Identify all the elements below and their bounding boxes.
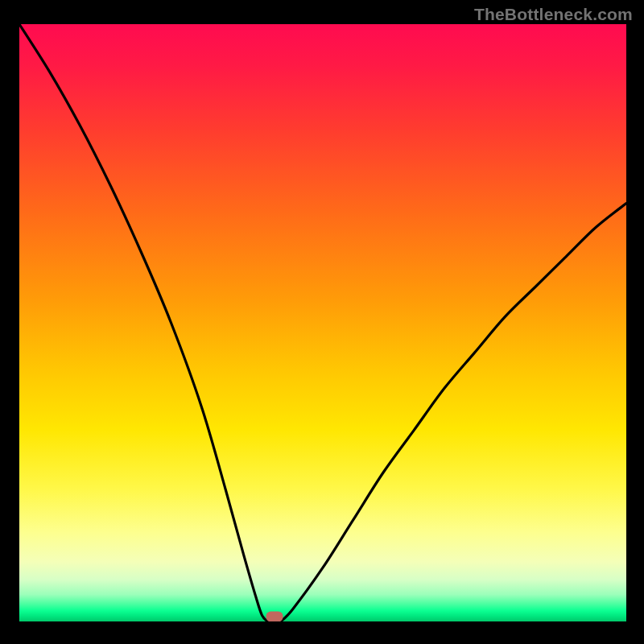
optimal-point-marker [266, 612, 283, 622]
bottleneck-curve [19, 24, 626, 621]
plot-area [19, 24, 626, 621]
watermark-text: TheBottleneck.com [474, 5, 633, 24]
chart-frame: TheBottleneck.com [0, 0, 644, 644]
